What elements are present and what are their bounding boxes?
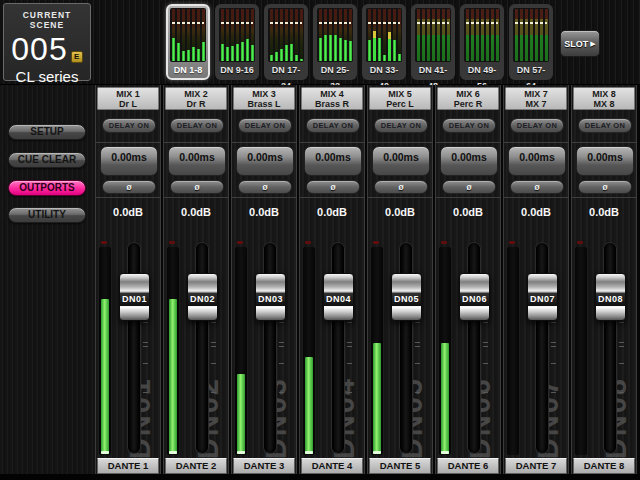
fader-gain-value: 0.0dB xyxy=(504,206,568,218)
meter-bar xyxy=(319,9,322,61)
meter-bar-fill xyxy=(349,41,352,61)
scene-number: 005 xyxy=(11,33,67,65)
delay-time-button[interactable]: 0.00ms xyxy=(372,146,430,176)
meter-bank-tab[interactable]: DN 17-24 xyxy=(264,4,308,80)
channel-name-label: MX 7 xyxy=(506,99,566,109)
meter-bar xyxy=(324,9,327,61)
meter-bar xyxy=(383,9,386,61)
slot-button[interactable]: SLOT ▶ xyxy=(560,30,600,57)
channel-meter-cap xyxy=(101,451,109,454)
delay-time-button[interactable]: 0.00ms xyxy=(304,146,362,176)
section-divider xyxy=(96,197,160,198)
phase-button[interactable]: ø xyxy=(306,180,360,194)
meter-bar xyxy=(251,9,254,61)
phase-button[interactable]: ø xyxy=(510,180,564,194)
delay-on-button[interactable]: DELAY ON xyxy=(510,118,564,133)
fader-scale-tick xyxy=(483,392,488,393)
meter-bank-tab[interactable]: DN 49-56 xyxy=(460,4,504,80)
channel-meter xyxy=(439,247,451,455)
section-divider xyxy=(572,142,636,143)
phase-button[interactable]: ø xyxy=(238,180,292,194)
delay-time-value: 0.00ms xyxy=(179,151,215,163)
delay-on-button[interactable]: DELAY ON xyxy=(374,118,428,133)
phase-button[interactable]: ø xyxy=(170,180,224,194)
section-divider xyxy=(96,142,160,143)
channel-meter xyxy=(303,247,315,455)
meter-bar xyxy=(491,9,494,61)
fader-knob[interactable]: DN03 xyxy=(255,273,286,321)
channel-meter-cap xyxy=(441,451,449,454)
meter-bar-fill xyxy=(172,38,175,61)
fader-knob[interactable]: DN07 xyxy=(527,273,558,321)
meter-bank-display xyxy=(513,8,549,62)
output-port-label: DANTE 4 xyxy=(301,458,363,474)
meter-bar xyxy=(334,9,337,61)
meter-bar-fill xyxy=(334,35,337,61)
delay-on-button[interactable]: DELAY ON xyxy=(306,118,360,133)
meter-bar xyxy=(398,9,401,61)
sidebar-button-utility[interactable]: UTILITY xyxy=(8,207,86,223)
delay-time-value: 0.00ms xyxy=(451,151,487,163)
phase-button[interactable]: ø xyxy=(578,180,632,194)
phase-button[interactable]: ø xyxy=(102,180,156,194)
channel-strip: MIX 8MX 8DELAY ON0.00msø0.0dBDN08DN08DAN… xyxy=(571,85,637,480)
clip-indicator xyxy=(509,241,515,244)
meter-bank-tab-label: DN 1-8 xyxy=(170,62,206,78)
sidebar-button-setup[interactable]: SETUP xyxy=(8,124,86,140)
fader-knob[interactable]: DN08 xyxy=(595,273,626,321)
meter-bar xyxy=(447,9,450,61)
meter-bank-tab[interactable]: DN 25-32 xyxy=(313,4,357,80)
delay-time-button[interactable]: 0.00ms xyxy=(100,146,158,176)
delay-on-button[interactable]: DELAY ON xyxy=(442,118,496,133)
delay-time-button[interactable]: 0.00ms xyxy=(168,146,226,176)
fader-scale-tick xyxy=(415,363,420,364)
fader-scale-tick xyxy=(143,346,148,347)
channel-name-label: Brass R xyxy=(302,99,362,109)
sidebar-button-outports[interactable]: OUTPORTS xyxy=(8,180,86,196)
fader-scale-tick xyxy=(143,363,148,364)
channel-header: MIX 5Perc L xyxy=(369,87,431,110)
channel-header: MIX 6Perc R xyxy=(437,87,499,110)
delay-time-button[interactable]: 0.00ms xyxy=(508,146,566,176)
delay-time-button[interactable]: 0.00ms xyxy=(236,146,294,176)
section-divider xyxy=(436,197,500,198)
fader-gain-value: 0.0dB xyxy=(96,206,160,218)
meter-bank-display xyxy=(268,8,304,62)
meter-bar-fill xyxy=(388,32,391,61)
meter-bank-tab[interactable]: DN 57-64 xyxy=(509,4,553,80)
output-port-label: DANTE 8 xyxy=(573,458,635,474)
delay-time-button[interactable]: 0.00ms xyxy=(576,146,634,176)
fader-knob[interactable]: DN02 xyxy=(187,273,218,321)
fader-gain-value: 0.0dB xyxy=(436,206,500,218)
meter-bar-fill xyxy=(246,39,249,61)
meter-bank-tab[interactable]: DN 33-40 xyxy=(362,4,406,80)
phase-button[interactable]: ø xyxy=(442,180,496,194)
meter-bar xyxy=(545,9,548,61)
meter-bar xyxy=(339,9,342,61)
sidebar-button-cue-clear[interactable]: CUE CLEAR xyxy=(8,152,86,168)
meter-zero-marker xyxy=(270,22,302,24)
fader-knob[interactable]: DN05 xyxy=(391,273,422,321)
meter-bar-fill xyxy=(280,49,283,61)
fader-knob[interactable]: DN01 xyxy=(119,273,150,321)
channel-header: MIX 3Brass L xyxy=(233,87,295,110)
meter-bank-tab[interactable]: DN 41-48 xyxy=(411,4,455,80)
meter-bank-tab[interactable]: DN 9-16 xyxy=(215,4,259,80)
section-divider xyxy=(572,197,636,198)
delay-on-button[interactable]: DELAY ON xyxy=(102,118,156,133)
meter-bank-display xyxy=(219,8,255,62)
phase-button[interactable]: ø xyxy=(374,180,428,194)
delay-on-button[interactable]: DELAY ON xyxy=(238,118,292,133)
delay-time-button[interactable]: 0.00ms xyxy=(440,146,498,176)
meter-bar xyxy=(525,9,528,61)
delay-on-button[interactable]: DELAY ON xyxy=(170,118,224,133)
meter-bar xyxy=(275,9,278,61)
section-divider xyxy=(232,197,296,198)
fader-knob[interactable]: DN06 xyxy=(459,273,490,321)
meter-bank-tab[interactable]: DN 1-8 xyxy=(166,4,210,80)
fader-knob[interactable]: DN04 xyxy=(323,273,354,321)
meter-bar xyxy=(496,9,499,61)
delay-on-button[interactable]: DELAY ON xyxy=(578,118,632,133)
channel-header: MIX 8MX 8 xyxy=(573,87,635,110)
meter-bar xyxy=(427,9,430,61)
